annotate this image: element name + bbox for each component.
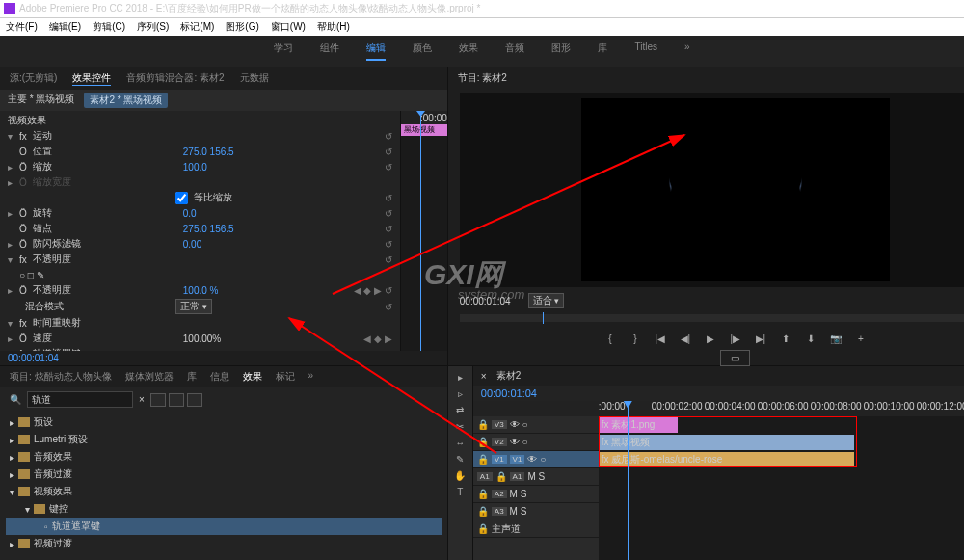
tab-learn[interactable]: 学习 [274,41,293,61]
menu-edit[interactable]: 编辑(E) [49,20,81,34]
settings-icon[interactable]: + [853,332,869,345]
ec-playhead[interactable] [420,111,421,351]
ec-timeremap[interactable]: 时间重映射 [33,316,177,330]
effects-folder[interactable]: ▸Lumetri 预设 [6,431,442,448]
ec-timecode[interactable]: 00:00:01:04 [0,351,447,365]
ec-motion[interactable]: 运动 [33,129,177,143]
ep-tab-media[interactable]: 媒体浏览器 [125,370,174,384]
ec-opacity-val[interactable]: 100.0 % [183,285,219,296]
menu-clip[interactable]: 剪辑(C) [93,20,125,34]
ep-tab-effects[interactable]: 效果 [243,370,262,384]
ec-position: 位置 [33,145,177,158]
reset-icon[interactable]: ↺ [385,131,392,142]
lift-icon[interactable]: ⬆ [778,332,793,345]
clear-icon[interactable]: × [139,394,145,405]
menu-marker[interactable]: 标记(M) [180,20,214,34]
track-v1-head[interactable]: 🔒V1V1👁 ○ [473,451,599,468]
step-back-icon[interactable]: ◀| [678,332,693,345]
ec-scale-val[interactable]: 100.0 [183,162,207,173]
ec-flicker-val[interactable]: 0.00 [183,239,201,250]
tab-assembly[interactable]: 组件 [320,41,339,61]
ec-tab-effectcontrols[interactable]: 效果控件 [72,71,111,86]
export-frame-icon[interactable]: 📷 [828,332,844,345]
tab-library[interactable]: 库 [598,41,607,61]
timeline-timecode[interactable]: 00:00:01:04 [481,387,537,399]
safe-margins-icon[interactable]: ▭ [720,350,750,366]
ep-tab-markers[interactable]: 标记 [276,370,295,384]
menu-graphics[interactable]: 图形(G) [226,20,258,34]
tool-type[interactable]: T [452,487,468,500]
track-v2-head[interactable]: 🔒V2👁 ○ [473,434,599,451]
ec-rotation-val[interactable]: 0.0 [183,208,197,219]
tool-ripple[interactable]: ⇄ [452,405,468,418]
timeline-ruler[interactable]: :00:00 00:00:02:00 00:00:04:00 00:00:06:… [473,401,964,416]
program-fit[interactable]: 适合 ▾ [528,293,565,308]
timeline-title[interactable]: 素材2 [496,369,522,383]
tab-audio[interactable]: 音频 [505,41,524,61]
program-scrubber[interactable] [460,314,964,322]
menu-help[interactable]: 帮助(H) [317,20,350,34]
ec-master-label: 主要 * 黑场视频 [8,93,74,108]
filter-icon-2[interactable] [169,393,184,407]
ec-position-val[interactable]: 275.0 156.5 [183,147,234,157]
ep-tab-project[interactable]: 项目: 炫酷动态人物头像 [10,370,112,384]
menu-sequence[interactable]: 序列(S) [137,20,169,34]
track-a2-head[interactable]: 🔒A2M S [473,486,599,503]
filter-icon-1[interactable] [150,393,166,407]
menu-file[interactable]: 文件(F) [6,20,38,34]
timeline-clips-area[interactable]: fx 素材1.png fx 黑场视频 fx 威尼斯-omelas/uncle-r… [599,416,964,560]
mark-out-icon[interactable]: } [628,332,643,345]
tool-select[interactable]: ▸ [452,372,468,386]
effects-search-input[interactable] [27,391,133,408]
timeline-playhead[interactable] [628,401,629,560]
ec-tab-audiomixer[interactable]: 音频剪辑混合器: 素材2 [126,71,224,86]
program-playhead[interactable] [543,312,544,324]
track-v3-head[interactable]: 🔒V3👁 ○ [473,416,599,434]
ec-blend: 混合模式 [25,300,170,313]
effects-folder[interactable]: ▸视频过渡 [6,535,442,552]
play-icon[interactable]: ▶ [703,332,718,345]
effects-subfolder[interactable]: ▾键控 [6,500,442,518]
mark-in-icon[interactable]: { [602,332,618,345]
ec-tab-source[interactable]: 源:(无剪辑) [10,71,57,86]
step-fwd-icon[interactable]: |▶ [728,332,743,345]
effects-folder[interactable]: ▾视频效果 [6,483,442,500]
ep-tab-lib[interactable]: 库 [187,370,197,384]
ec-timeline-clip[interactable]: 黑场视频 [401,124,447,136]
go-in-icon[interactable]: |◀ [653,332,668,345]
tool-pen[interactable]: ✎ [452,454,468,467]
tool-track-select[interactable]: ▹ [452,388,468,402]
go-out-icon[interactable]: ▶| [753,332,768,345]
ec-timeline[interactable]: :00:00 黑场视频 [400,111,447,351]
menu-window[interactable]: 窗口(W) [271,20,306,34]
tab-color[interactable]: 颜色 [413,41,432,61]
ec-speed-val[interactable]: 100.00% [183,333,221,344]
effects-folder[interactable]: ▸预设 [6,413,442,431]
program-viewport[interactable] [460,93,964,287]
ep-tabs-overflow[interactable]: » [308,370,314,384]
effects-item-trackmatte[interactable]: ▫轨道遮罩键 [6,518,442,535]
tab-editing[interactable]: 编辑 [366,41,386,61]
program-title[interactable]: 节目: 素材2 [448,67,964,89]
extract-icon[interactable]: ⬇ [803,332,818,345]
tab-effects[interactable]: 效果 [459,41,478,61]
tab-graphics[interactable]: 图形 [551,41,571,61]
tab-titles[interactable]: Titles [634,41,657,61]
program-timecode[interactable]: 00:00:01:04 [460,296,511,307]
tool-slip[interactable]: ↔ [452,438,468,451]
ec-tab-metadata[interactable]: 元数据 [240,71,269,86]
ec-anchor-val[interactable]: 275.0 156.5 [183,224,234,234]
tabs-overflow-icon[interactable]: » [684,41,690,61]
track-master-head[interactable]: 🔒主声道 [473,520,599,538]
track-a1-head[interactable]: A1🔒A1M S [473,468,599,486]
filter-icon-3[interactable] [187,393,202,407]
effects-folder[interactable]: ▸音频过渡 [6,466,442,483]
tool-razor[interactable]: ✂ [452,421,468,435]
tool-hand[interactable]: ✋ [452,470,468,484]
ec-uniform-check[interactable] [175,192,188,204]
ec-opacity[interactable]: 不透明度 [33,253,177,266]
track-a3-head[interactable]: 🔒A3M S [473,503,599,520]
effects-folder[interactable]: ▸音频效果 [6,448,442,466]
ep-tab-info[interactable]: 信息 [210,370,229,384]
ec-blend-val[interactable]: 正常 ▾ [175,299,212,314]
